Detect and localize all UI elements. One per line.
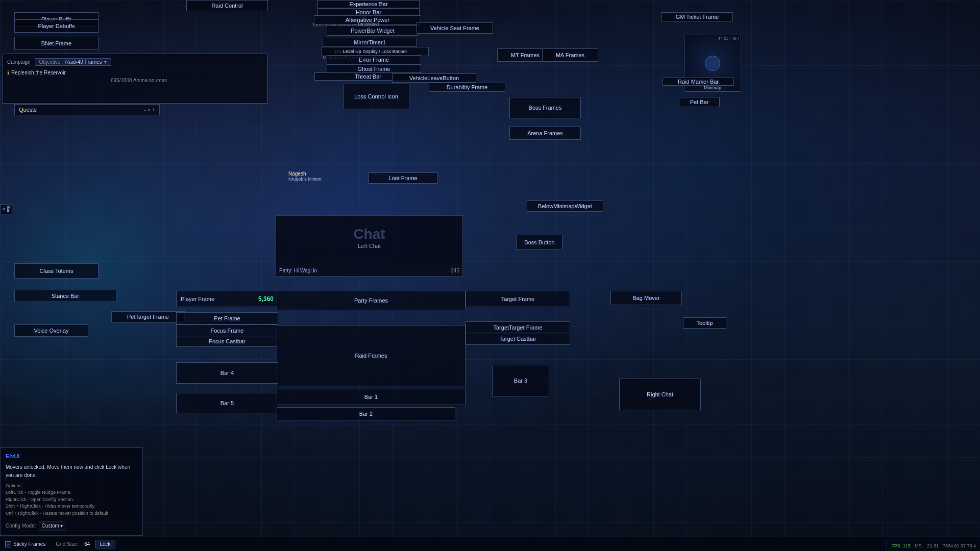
player-frame-frame[interactable]: Player Frame 5,360 xyxy=(176,291,278,307)
sticky-frames-row: ✓ Sticky Frames xyxy=(5,541,45,547)
party-message: Party: Hi Wagi.io xyxy=(279,268,317,273)
bnet-frame-frame[interactable]: BNet Frame xyxy=(14,37,99,50)
objective-badge: Objective: Raid-40 Frames ▾ xyxy=(35,58,112,66)
pet-target-frame-frame[interactable]: PetTarget Frame xyxy=(111,311,185,322)
raid-marker-bar-frame[interactable]: Raid Marker Bar xyxy=(663,78,734,86)
bar6-frame[interactable]: Bar 6 xyxy=(0,204,12,214)
bar4-label: Bar 4 xyxy=(220,370,234,376)
bar3-frame[interactable]: Bar 3 xyxy=(492,365,549,396)
target-castbar-label: Target Castbar xyxy=(499,336,536,342)
party-frames-frame[interactable]: Party Frames xyxy=(277,291,465,310)
left-chat-box[interactable]: Left Chat Chat Party: Hi Wagi.io 245 xyxy=(276,215,463,277)
option-leftclick: LeftClick - Toggle Nudge Frame. xyxy=(6,489,137,496)
powerbar-widget-frame[interactable]: PowerBar Widget xyxy=(327,26,419,36)
player-debuffs-label: Player Debuffs xyxy=(38,23,75,29)
level-up-label: Level Up Display / Loss Banner xyxy=(343,49,407,54)
config-mode-row: Config Mode: Custom ▾ xyxy=(6,521,137,531)
right-chat-label: Right Chat xyxy=(647,391,673,397)
below-minimap-widget-frame[interactable]: BelowMinimapWidget xyxy=(527,201,603,212)
player-debuffs-frame[interactable]: Player Debuffs xyxy=(14,19,99,33)
option-rightclick: RightClick - Open Config Section. xyxy=(6,496,137,504)
arena-frames-label: Arena Frames xyxy=(527,130,563,136)
vehicle-leave-button-label: VehicleLeaveButton xyxy=(409,75,459,81)
quest-text: Replenish the Reservoir xyxy=(11,70,66,76)
target-castbar-frame[interactable]: Target Castbar xyxy=(465,333,570,345)
raid-frames-label: Raid Frames xyxy=(355,353,387,359)
party-frames-label: Party Frames xyxy=(354,297,388,304)
vehicle-leave-button-frame[interactable]: VehicleLeaveButton xyxy=(392,73,476,83)
honor-bar-label: Honor Bar xyxy=(356,9,381,15)
objective-frame[interactable]: Campaign Objective: Raid-40 Frames ▾ ℹ R… xyxy=(3,54,268,104)
pet-target-frame-label: PetTarget Frame xyxy=(127,314,169,320)
bar2-frame[interactable]: Bar 2 xyxy=(277,407,455,420)
pet-bar-frame[interactable]: Pet Bar xyxy=(679,97,720,107)
pet-frame-label: Pet Frame xyxy=(214,315,240,321)
boss-button-frame[interactable]: Boss Button xyxy=(517,235,562,250)
quests-label: Quests xyxy=(19,107,37,113)
raid-control-frame[interactable]: Raid Control xyxy=(186,0,268,11)
loss-control-icon-frame[interactable]: Loss Control Icon xyxy=(343,84,409,109)
bar5-frame[interactable]: Bar 5 xyxy=(176,393,278,413)
mt-frames-label: MT Frames xyxy=(511,52,540,58)
focus-castbar-label: Focus Castbar xyxy=(209,338,246,344)
campaign-label: Campaign xyxy=(7,59,31,65)
quest-minus[interactable]: - xyxy=(144,107,146,113)
lock-button[interactable]: Lock xyxy=(95,540,115,548)
quest-controls[interactable]: - • + xyxy=(144,107,155,113)
chat-footer: Party: Hi Wagi.io 245 xyxy=(276,265,462,276)
time-display: 21:31 xyxy=(927,543,939,548)
config-mode-select[interactable]: Custom ▾ xyxy=(39,521,65,531)
config-mode-value: Custom xyxy=(41,522,59,530)
raid-frames-frame[interactable]: Raid Frames xyxy=(277,325,465,386)
pet-frame-frame[interactable]: Pet Frame xyxy=(176,312,278,324)
elvui-options: Options: LeftClick - Toggle Nudge Frame.… xyxy=(6,483,137,517)
class-totems-frame[interactable]: Class Totems xyxy=(14,263,99,279)
coords-display: 7364 61 97 76 4 xyxy=(943,543,976,548)
sticky-frames-label: Sticky Frames xyxy=(13,541,45,547)
gm-ticket-frame-frame[interactable]: GM Ticket Frame xyxy=(662,12,733,21)
target-target-frame-label: TargetTarget Frame xyxy=(494,324,543,331)
voice-overlay-frame[interactable]: Voice Overlay xyxy=(14,324,88,337)
focus-castbar-frame[interactable]: Focus Castbar xyxy=(176,336,278,347)
vehicle-seat-frame-frame[interactable]: Vehicle Seat Frame xyxy=(416,22,493,34)
bar4-frame[interactable]: Bar 4 xyxy=(176,362,278,384)
target-frame-frame[interactable]: Target Frame xyxy=(465,291,570,307)
stance-bar-frame[interactable]: Stance Bar xyxy=(14,290,116,302)
raid-control-label: Raid Control xyxy=(211,3,242,9)
elvui-info-panel: ElvUI Movers unlocked. Move them now and… xyxy=(0,447,143,536)
bar2-label: Bar 2 xyxy=(359,411,373,417)
bag-mover-frame[interactable]: Bag Mover xyxy=(610,291,682,305)
chat-watermark: Chat xyxy=(353,226,385,242)
tooltip-frame[interactable]: Tooltip xyxy=(683,317,726,329)
sticky-checkbox[interactable]: ✓ xyxy=(5,541,11,547)
voice-overlay-label: Voice Overlay xyxy=(34,328,69,334)
vehicle-seat-frame-label: Vehicle Seat Frame xyxy=(430,25,479,31)
loot-frame-frame[interactable]: Loot Frame xyxy=(369,172,437,184)
stance-bar-label: Stance Bar xyxy=(52,293,79,299)
error-frame-frame[interactable]: Error Frame xyxy=(327,55,421,64)
ma-frames-frame[interactable]: MA Frames xyxy=(542,48,598,62)
quests-frame[interactable]: Quests - • + xyxy=(14,104,160,115)
arena-frames-frame[interactable]: Arena Frames xyxy=(509,127,581,140)
bar3-label: Bar 3 xyxy=(514,378,527,384)
loot-frame-label: Loot Frame xyxy=(388,175,417,181)
focus-frame-label: Focus Frame xyxy=(211,328,244,334)
bar1-frame[interactable]: Bar 1 xyxy=(277,389,465,405)
experience-bar-frame[interactable]: Experience Bar xyxy=(317,0,420,8)
bag-mover-label: Bag Mover xyxy=(632,295,659,301)
boss-frames-label: Boss Frames xyxy=(529,105,562,111)
quest-plus[interactable]: + xyxy=(152,107,155,113)
class-totems-label: Class Totems xyxy=(40,268,74,274)
perf-bar: FPS: 115 MS- 21:31 7364 61 97 76 4 xyxy=(887,540,980,551)
elvui-title: ElvUI xyxy=(6,452,137,461)
target-target-frame-frame[interactable]: TargetTarget Frame xyxy=(465,321,570,334)
left-chat-center-label: Left Chat xyxy=(358,243,381,249)
focus-frame-frame[interactable]: Focus Frame xyxy=(176,324,278,337)
boss-frames-frame[interactable]: Boss Frames xyxy=(509,97,581,118)
right-chat-frame[interactable]: Right Chat xyxy=(619,379,701,410)
raid-marker-bar-label: Raid Marker Bar xyxy=(678,79,719,85)
durability-frame-frame[interactable]: Durability Frame xyxy=(429,83,505,92)
mirror-timer1-frame[interactable]: MirrorTimer1 xyxy=(323,38,417,47)
grid-size-value: 64 xyxy=(84,541,90,547)
minimap-coords: 44:31 · 46.4 xyxy=(718,36,740,41)
